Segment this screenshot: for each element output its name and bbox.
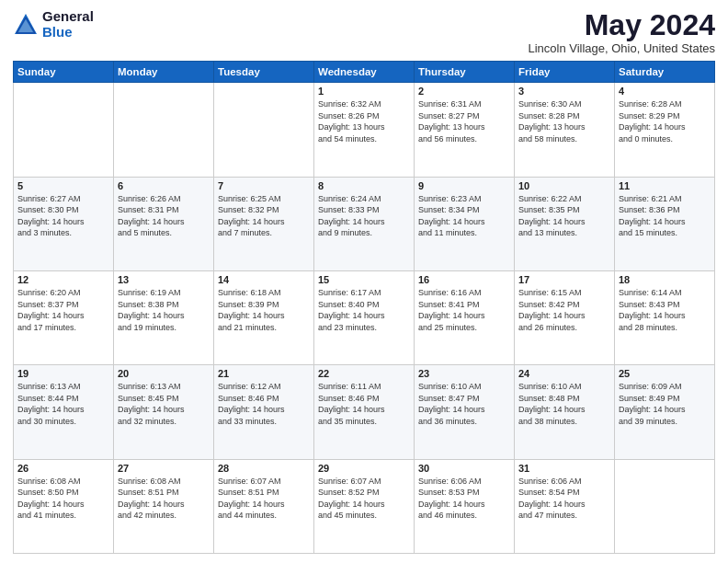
calendar-cell: 19Sunrise: 6:13 AM Sunset: 8:44 PM Dayli… (14, 365, 114, 459)
day-info: Sunrise: 6:20 AM Sunset: 8:37 PM Dayligh… (17, 287, 109, 333)
calendar-cell: 28Sunrise: 6:07 AM Sunset: 8:51 PM Dayli… (214, 459, 314, 553)
day-number: 8 (318, 180, 410, 191)
day-info: Sunrise: 6:21 AM Sunset: 8:36 PM Dayligh… (619, 193, 711, 239)
calendar-cell: 10Sunrise: 6:22 AM Sunset: 8:35 PM Dayli… (515, 177, 615, 270)
calendar-body: 1Sunrise: 6:32 AM Sunset: 8:26 PM Daylig… (14, 83, 715, 554)
calendar-cell: 17Sunrise: 6:15 AM Sunset: 8:42 PM Dayli… (515, 270, 615, 364)
day-number: 31 (518, 463, 610, 474)
day-info: Sunrise: 6:08 AM Sunset: 8:51 PM Dayligh… (118, 476, 210, 522)
calendar-week-2: 5Sunrise: 6:27 AM Sunset: 8:30 PM Daylig… (14, 177, 715, 270)
day-info: Sunrise: 6:11 AM Sunset: 8:46 PM Dayligh… (318, 381, 410, 427)
calendar-cell: 11Sunrise: 6:21 AM Sunset: 8:36 PM Dayli… (615, 177, 715, 270)
day-info: Sunrise: 6:32 AM Sunset: 8:26 PM Dayligh… (318, 98, 410, 144)
day-number: 4 (619, 86, 711, 97)
calendar-cell: 14Sunrise: 6:18 AM Sunset: 8:39 PM Dayli… (214, 270, 314, 364)
calendar-cell: 12Sunrise: 6:20 AM Sunset: 8:37 PM Dayli… (14, 270, 114, 364)
day-number: 9 (418, 180, 510, 191)
day-number: 14 (218, 274, 310, 285)
calendar-week-5: 26Sunrise: 6:08 AM Sunset: 8:50 PM Dayli… (14, 459, 715, 553)
day-info: Sunrise: 6:31 AM Sunset: 8:27 PM Dayligh… (418, 98, 510, 144)
day-info: Sunrise: 6:13 AM Sunset: 8:45 PM Dayligh… (118, 381, 210, 427)
calendar-header: SundayMondayTuesdayWednesdayThursdayFrid… (14, 62, 715, 83)
weekday-header-friday: Friday (515, 62, 615, 83)
calendar-cell: 18Sunrise: 6:14 AM Sunset: 8:43 PM Dayli… (615, 270, 715, 364)
calendar-cell: 24Sunrise: 6:10 AM Sunset: 8:48 PM Dayli… (515, 365, 615, 459)
day-number: 12 (17, 274, 109, 285)
day-info: Sunrise: 6:07 AM Sunset: 8:51 PM Dayligh… (218, 476, 310, 522)
calendar-cell: 9Sunrise: 6:23 AM Sunset: 8:34 PM Daylig… (415, 177, 515, 270)
calendar-cell: 4Sunrise: 6:28 AM Sunset: 8:29 PM Daylig… (615, 83, 715, 177)
day-number: 20 (118, 368, 210, 379)
weekday-header-saturday: Saturday (615, 62, 715, 83)
weekday-header-monday: Monday (114, 62, 214, 83)
page: General Blue May 2024 Lincoln Village, O… (0, 0, 728, 563)
day-number: 21 (218, 368, 310, 379)
calendar-cell: 5Sunrise: 6:27 AM Sunset: 8:30 PM Daylig… (14, 177, 114, 270)
calendar-cell: 27Sunrise: 6:08 AM Sunset: 8:51 PM Dayli… (114, 459, 214, 553)
calendar-cell: 6Sunrise: 6:26 AM Sunset: 8:31 PM Daylig… (114, 177, 214, 270)
day-number: 27 (118, 463, 210, 474)
calendar-cell: 20Sunrise: 6:13 AM Sunset: 8:45 PM Dayli… (114, 365, 214, 459)
day-number: 15 (318, 274, 410, 285)
logo-general-text: General (42, 9, 94, 25)
calendar-cell: 26Sunrise: 6:08 AM Sunset: 8:50 PM Dayli… (14, 459, 114, 553)
header: General Blue May 2024 Lincoln Village, O… (13, 9, 715, 55)
day-number: 3 (518, 86, 610, 97)
day-info: Sunrise: 6:08 AM Sunset: 8:50 PM Dayligh… (17, 476, 109, 522)
calendar-cell: 22Sunrise: 6:11 AM Sunset: 8:46 PM Dayli… (314, 365, 415, 459)
calendar-week-3: 12Sunrise: 6:20 AM Sunset: 8:37 PM Dayli… (14, 270, 715, 364)
day-number: 28 (218, 463, 310, 474)
main-title: May 2024 (528, 9, 715, 41)
calendar-cell: 3Sunrise: 6:30 AM Sunset: 8:28 PM Daylig… (515, 83, 615, 177)
day-info: Sunrise: 6:06 AM Sunset: 8:53 PM Dayligh… (418, 476, 510, 522)
day-number: 25 (619, 368, 711, 379)
calendar: SundayMondayTuesdayWednesdayThursdayFrid… (13, 61, 715, 554)
day-info: Sunrise: 6:25 AM Sunset: 8:32 PM Dayligh… (218, 193, 310, 239)
weekday-header-sunday: Sunday (14, 62, 114, 83)
day-info: Sunrise: 6:10 AM Sunset: 8:47 PM Dayligh… (418, 381, 510, 427)
day-number: 2 (418, 86, 510, 97)
day-info: Sunrise: 6:09 AM Sunset: 8:49 PM Dayligh… (619, 381, 711, 427)
day-info: Sunrise: 6:24 AM Sunset: 8:33 PM Dayligh… (318, 193, 410, 239)
day-info: Sunrise: 6:15 AM Sunset: 8:42 PM Dayligh… (518, 287, 610, 333)
day-info: Sunrise: 6:30 AM Sunset: 8:28 PM Dayligh… (518, 98, 610, 144)
title-block: May 2024 Lincoln Village, Ohio, United S… (528, 9, 715, 55)
calendar-cell (214, 83, 314, 177)
subtitle: Lincoln Village, Ohio, United States (528, 41, 715, 55)
logo-blue-text: Blue (42, 25, 94, 40)
day-info: Sunrise: 6:28 AM Sunset: 8:29 PM Dayligh… (619, 98, 711, 144)
day-number: 7 (218, 180, 310, 191)
calendar-cell: 31Sunrise: 6:06 AM Sunset: 8:54 PM Dayli… (515, 459, 615, 553)
day-info: Sunrise: 6:16 AM Sunset: 8:41 PM Dayligh… (418, 287, 510, 333)
weekday-header-wednesday: Wednesday (314, 62, 415, 83)
day-info: Sunrise: 6:06 AM Sunset: 8:54 PM Dayligh… (518, 476, 610, 522)
day-info: Sunrise: 6:14 AM Sunset: 8:43 PM Dayligh… (619, 287, 711, 333)
day-number: 30 (418, 463, 510, 474)
logo-icon (13, 12, 39, 38)
day-info: Sunrise: 6:07 AM Sunset: 8:52 PM Dayligh… (318, 476, 410, 522)
day-number: 16 (418, 274, 510, 285)
day-info: Sunrise: 6:13 AM Sunset: 8:44 PM Dayligh… (17, 381, 109, 427)
calendar-week-1: 1Sunrise: 6:32 AM Sunset: 8:26 PM Daylig… (14, 83, 715, 177)
calendar-cell (14, 83, 114, 177)
calendar-cell: 23Sunrise: 6:10 AM Sunset: 8:47 PM Dayli… (415, 365, 515, 459)
day-info: Sunrise: 6:17 AM Sunset: 8:40 PM Dayligh… (318, 287, 410, 333)
day-info: Sunrise: 6:26 AM Sunset: 8:31 PM Dayligh… (118, 193, 210, 239)
day-number: 10 (518, 180, 610, 191)
weekday-header-tuesday: Tuesday (214, 62, 314, 83)
calendar-cell: 30Sunrise: 6:06 AM Sunset: 8:53 PM Dayli… (415, 459, 515, 553)
weekday-header-row: SundayMondayTuesdayWednesdayThursdayFrid… (14, 62, 715, 83)
day-number: 26 (17, 463, 109, 474)
calendar-cell: 1Sunrise: 6:32 AM Sunset: 8:26 PM Daylig… (314, 83, 415, 177)
calendar-cell (114, 83, 214, 177)
day-info: Sunrise: 6:22 AM Sunset: 8:35 PM Dayligh… (518, 193, 610, 239)
calendar-cell: 13Sunrise: 6:19 AM Sunset: 8:38 PM Dayli… (114, 270, 214, 364)
day-number: 1 (318, 86, 410, 97)
logo-text: General Blue (42, 9, 94, 40)
calendar-cell: 25Sunrise: 6:09 AM Sunset: 8:49 PM Dayli… (615, 365, 715, 459)
day-number: 24 (518, 368, 610, 379)
day-number: 11 (619, 180, 711, 191)
day-info: Sunrise: 6:10 AM Sunset: 8:48 PM Dayligh… (518, 381, 610, 427)
calendar-cell: 15Sunrise: 6:17 AM Sunset: 8:40 PM Dayli… (314, 270, 415, 364)
day-info: Sunrise: 6:23 AM Sunset: 8:34 PM Dayligh… (418, 193, 510, 239)
